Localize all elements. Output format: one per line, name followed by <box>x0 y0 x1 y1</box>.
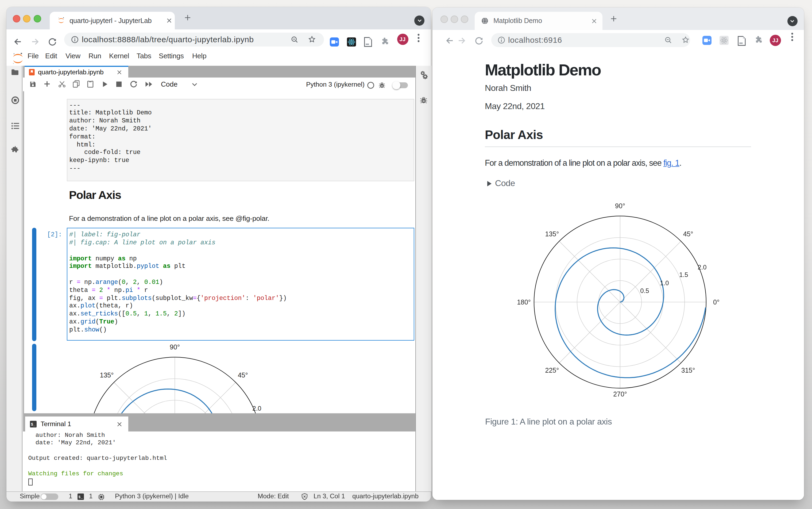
svg-text:$_: $_ <box>31 423 36 427</box>
svg-text:$_: $_ <box>79 495 83 499</box>
